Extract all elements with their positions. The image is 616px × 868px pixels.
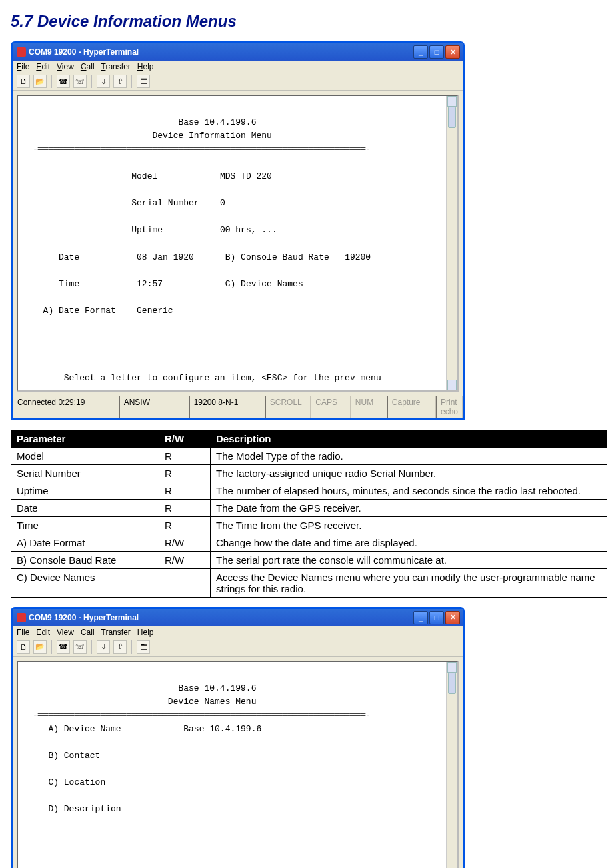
table-row: ModelRThe Model Type of the radio. (11, 447, 607, 464)
cell-parameter: B) Console Baud Rate (11, 551, 159, 568)
cell-description: The factory-assigned unique radio Serial… (211, 464, 607, 482)
menu-edit[interactable]: Edit (36, 628, 50, 637)
maximize-button[interactable]: □ (429, 45, 444, 59)
table-row: DateRThe Date from the GPS receiver. (11, 499, 607, 516)
close-button[interactable]: ✕ (445, 45, 460, 59)
cell-description: The number of elapsed hours, minutes, an… (211, 482, 607, 499)
th-rw: R/W (159, 430, 211, 447)
cell-description: The Model Type of the radio. (211, 447, 607, 464)
maximize-button[interactable]: □ (429, 611, 444, 624)
close-button[interactable]: ✕ (445, 611, 460, 624)
cell-rw: R (159, 464, 211, 482)
menu-file[interactable]: File (17, 628, 29, 637)
cell-rw: R (159, 447, 211, 464)
cell-parameter: Date (11, 499, 159, 516)
menu-view[interactable]: View (57, 628, 74, 637)
cell-rw: R (159, 499, 211, 516)
table-row: A) Date FormatR/WChange how the date and… (11, 534, 607, 551)
status-caps: CAPS (311, 396, 351, 418)
cell-parameter: Time (11, 516, 159, 534)
scroll-up-icon[interactable] (447, 662, 457, 673)
call-icon[interactable]: ☎ (57, 75, 70, 88)
send-icon[interactable]: ⇩ (97, 640, 110, 654)
th-parameter: Parameter (11, 430, 159, 447)
receive-icon[interactable]: ⇧ (113, 640, 127, 654)
table-row: C) Device NamesAccess the Device Names m… (11, 568, 607, 597)
hangup-icon[interactable]: ☏ (73, 640, 87, 654)
status-capture: Capture (387, 396, 436, 418)
cell-rw: R (159, 516, 211, 534)
menu-transfer[interactable]: Transfer (101, 628, 131, 637)
hangup-icon[interactable]: ☏ (73, 75, 87, 88)
tool-bar: 🗋 📂 ☎ ☏ ⇩ ⇧ 🗔 (13, 73, 463, 91)
call-icon[interactable]: ☎ (57, 640, 70, 654)
cell-rw: R (159, 482, 211, 499)
open-icon[interactable]: 📂 (33, 640, 47, 654)
cell-description: Access the Device Names menu where you c… (211, 568, 607, 597)
new-icon[interactable]: 🗋 (17, 640, 30, 654)
menu-help[interactable]: Help (137, 628, 154, 637)
app-icon (17, 613, 26, 622)
window-title: COM9 19200 - HyperTerminal (29, 47, 139, 57)
hyperterminal-window-2: COM9 19200 - HyperTerminal _ □ ✕ File Ed… (11, 607, 465, 868)
cell-parameter: Model (11, 447, 159, 464)
minimize-button[interactable]: _ (413, 45, 428, 59)
status-num: NUM (351, 396, 387, 418)
status-bar: Connected 0:29:19 ANSIW 19200 8-N-1 SCRO… (13, 396, 463, 418)
scroll-up-icon[interactable] (447, 96, 457, 107)
scrollbar[interactable] (446, 662, 457, 868)
title-bar: COM9 19200 - HyperTerminal _ □ ✕ (13, 609, 463, 626)
menu-call[interactable]: Call (81, 62, 95, 71)
scroll-thumb[interactable] (448, 673, 456, 694)
th-description: Description (211, 430, 607, 447)
menu-view[interactable]: View (57, 62, 74, 71)
hyperterminal-window-1: COM9 19200 - HyperTerminal _ □ ✕ File Ed… (11, 41, 465, 420)
cell-parameter: C) Device Names (11, 568, 159, 597)
menu-edit[interactable]: Edit (36, 62, 50, 71)
menu-call[interactable]: Call (81, 628, 95, 637)
menu-help[interactable]: Help (137, 62, 154, 71)
cell-description: The Time from the GPS receiver. (211, 516, 607, 534)
app-icon (17, 47, 26, 57)
tool-bar: 🗋 📂 ☎ ☏ ⇩ ⇧ 🗔 (13, 638, 463, 657)
terminal-output: Base 10.4.199.6 Device Names Menu -═════… (21, 669, 455, 868)
table-header-row: Parameter R/W Description (11, 430, 607, 447)
status-scroll: SCROLL (265, 396, 311, 418)
table-row: Serial NumberRThe factory-assigned uniqu… (11, 464, 607, 482)
window-title: COM9 19200 - HyperTerminal (29, 613, 139, 622)
status-connected: Connected 0:29:19 (13, 396, 119, 418)
send-icon[interactable]: ⇩ (97, 75, 110, 88)
menu-bar: File Edit View Call Transfer Help (13, 61, 463, 73)
scrollbar[interactable] (446, 96, 457, 390)
table-row: B) Console Baud RateR/WThe serial port r… (11, 551, 607, 568)
title-bar: COM9 19200 - HyperTerminal _ □ ✕ (13, 43, 463, 61)
terminal-area: Base 10.4.199.6 Device Names Menu -═════… (17, 661, 459, 868)
open-icon[interactable]: 📂 (33, 75, 47, 88)
menu-transfer[interactable]: Transfer (101, 62, 131, 71)
properties-icon[interactable]: 🗔 (137, 640, 150, 654)
cell-parameter: Serial Number (11, 464, 159, 482)
parameter-table-1: Parameter R/W Description ModelRThe Mode… (11, 430, 607, 598)
status-emulation: ANSIW (119, 396, 189, 418)
cell-description: The serial port rate the console will co… (211, 551, 607, 568)
minimize-button[interactable]: _ (413, 611, 428, 624)
cell-rw: R/W (159, 534, 211, 551)
cell-description: Change how the date and time are display… (211, 534, 607, 551)
status-echo: Print echo (436, 396, 463, 418)
terminal-area: Base 10.4.199.6 Device Information Menu … (17, 95, 459, 392)
menu-bar: File Edit View Call Transfer Help (13, 626, 463, 638)
cell-description: The Date from the GPS receiver. (211, 499, 607, 516)
scroll-thumb[interactable] (448, 107, 456, 128)
menu-file[interactable]: File (17, 62, 29, 71)
section-heading: 5.7 Device Information Menus (11, 12, 605, 31)
new-icon[interactable]: 🗋 (17, 75, 30, 88)
scroll-down-icon[interactable] (447, 380, 457, 390)
cell-parameter: A) Date Format (11, 534, 159, 551)
terminal-output: Base 10.4.199.6 Device Information Menu … (21, 103, 455, 385)
receive-icon[interactable]: ⇧ (113, 75, 127, 88)
status-port: 19200 8-N-1 (189, 396, 265, 418)
cell-rw (159, 568, 211, 597)
table-row: UptimeRThe number of elapsed hours, minu… (11, 482, 607, 499)
cell-rw: R/W (159, 551, 211, 568)
properties-icon[interactable]: 🗔 (137, 75, 150, 88)
